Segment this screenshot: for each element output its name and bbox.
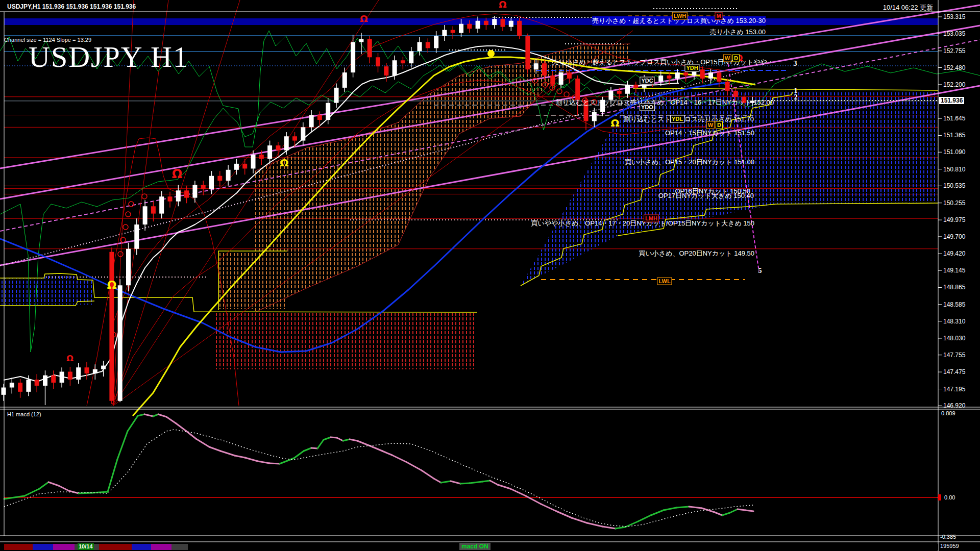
price-tick-label: 149.420 xyxy=(943,250,965,257)
candle-body xyxy=(2,388,6,395)
timeline-segment xyxy=(53,544,75,550)
level-tag-ydc: YDC xyxy=(640,77,654,85)
candle-body xyxy=(625,85,630,94)
candle-body xyxy=(109,252,114,401)
level-tag-w: W xyxy=(706,121,715,129)
macd-toggle-button[interactable]: macd ON xyxy=(459,543,491,550)
candle-body xyxy=(575,79,580,100)
dot-marker xyxy=(487,50,495,57)
trade-note: 売り小さめ 153.00 xyxy=(710,28,766,37)
candle-body xyxy=(168,196,173,202)
trade-note: 割り込むとストップロス売り小さめ 151.70 xyxy=(624,115,754,124)
macd-line xyxy=(270,463,280,464)
macd-line xyxy=(176,423,186,431)
candle-body xyxy=(725,82,730,91)
price-tick-label: 153.035 xyxy=(943,30,965,37)
price-tick-label: 151.645 xyxy=(943,115,965,122)
candle-body xyxy=(51,375,56,383)
level-tag-d: D xyxy=(716,121,723,129)
candle-body xyxy=(592,112,597,121)
signal-circle-marker xyxy=(123,224,128,230)
macd-line xyxy=(350,439,357,441)
macd-line xyxy=(138,414,144,416)
price-tick-label: 151.090 xyxy=(943,148,965,156)
candle-body xyxy=(18,383,22,392)
macd-line xyxy=(337,438,343,441)
macd-line xyxy=(294,451,304,458)
macd-line xyxy=(48,482,59,486)
price-tick-label: 148.310 xyxy=(943,318,965,325)
candle-body xyxy=(217,176,222,181)
candle-body xyxy=(342,72,347,88)
candle-body xyxy=(201,185,206,189)
macd-line xyxy=(498,485,510,489)
macd-line xyxy=(638,515,651,521)
price-tick-label: 148.865 xyxy=(943,284,965,291)
candle-body xyxy=(733,91,738,97)
macd-line xyxy=(382,451,392,455)
timeline-segment xyxy=(172,544,188,550)
omega-marker: Ω xyxy=(172,167,182,181)
candle-body xyxy=(76,367,81,380)
candle-body xyxy=(451,30,455,33)
macd-indicator-label: H1 macd (12) xyxy=(7,411,41,417)
trade-note: 割り込むとストップロス売り小さめ、OP14・16・17日NYカット 152.00 xyxy=(556,98,774,107)
macd-line xyxy=(434,479,441,483)
chart-canvas[interactable]: ΩΩΩΩΩΩΩΩ xyxy=(0,0,980,551)
macd-line xyxy=(304,448,311,451)
candle-body xyxy=(176,190,181,201)
macd-signal-line xyxy=(4,430,753,527)
price-tick-label: 151.365 xyxy=(943,132,965,139)
candle-body xyxy=(317,115,322,120)
macd-line xyxy=(689,507,702,508)
candle-body xyxy=(234,164,239,170)
candle-body xyxy=(284,136,289,150)
macd-line xyxy=(166,417,176,423)
candle-body xyxy=(376,57,380,66)
candle-body xyxy=(292,136,297,140)
macd-line xyxy=(245,458,258,461)
macd-line xyxy=(651,510,664,515)
omega-marker: Ω xyxy=(66,354,74,363)
candle-body xyxy=(10,383,14,388)
candle-body xyxy=(118,285,122,400)
macd-line xyxy=(490,481,498,485)
macd-line xyxy=(158,414,166,417)
macd-line xyxy=(422,470,434,479)
candle-body xyxy=(359,39,363,42)
candle-body xyxy=(60,372,64,383)
macd-line xyxy=(117,431,128,459)
candle-body xyxy=(384,66,388,76)
candle-body xyxy=(209,176,214,189)
macd-line xyxy=(331,437,337,438)
macd-line xyxy=(209,447,220,451)
macd-zero-tick xyxy=(938,494,941,500)
macd-line xyxy=(616,527,625,529)
price-tick-label: 147.475 xyxy=(943,368,965,375)
macd-line xyxy=(79,493,92,493)
trade-note: 買いやや小さめ、OP14・17・20日NYカット/OP15日NYカット大きめ 1… xyxy=(531,219,754,228)
candle-body xyxy=(368,39,372,58)
macd-line xyxy=(715,512,722,515)
level-tag-lmh: LMH xyxy=(644,215,659,222)
level-tag-d: D xyxy=(732,55,740,62)
price-tick-label: 149.145 xyxy=(943,267,965,274)
macd-line xyxy=(745,510,753,511)
trade-note: OP14・15日NYカット 151.50 xyxy=(665,129,754,138)
trading-chart-window: { "header": { "symbol_line": "USDJPY,H1 … xyxy=(0,0,980,551)
macd-line xyxy=(482,481,490,482)
trendline-label-5: 5 xyxy=(758,267,762,275)
level-tag-ydl: YDL xyxy=(670,115,684,123)
candle-body xyxy=(151,206,156,213)
hatch-zone-red xyxy=(214,313,475,369)
omega-marker: Ω xyxy=(610,117,619,129)
macd-line xyxy=(59,486,69,491)
signal-circle-marker xyxy=(142,194,147,199)
trade-note: OP17日NYカット大きめ 150.40 xyxy=(658,191,754,201)
macd-line xyxy=(730,509,738,513)
candle-body xyxy=(259,155,264,159)
price-tick-label: 150.255 xyxy=(943,199,965,207)
macd-line xyxy=(220,451,235,456)
level-tag-lwl: LWL xyxy=(657,278,672,285)
macd-line xyxy=(602,527,616,529)
